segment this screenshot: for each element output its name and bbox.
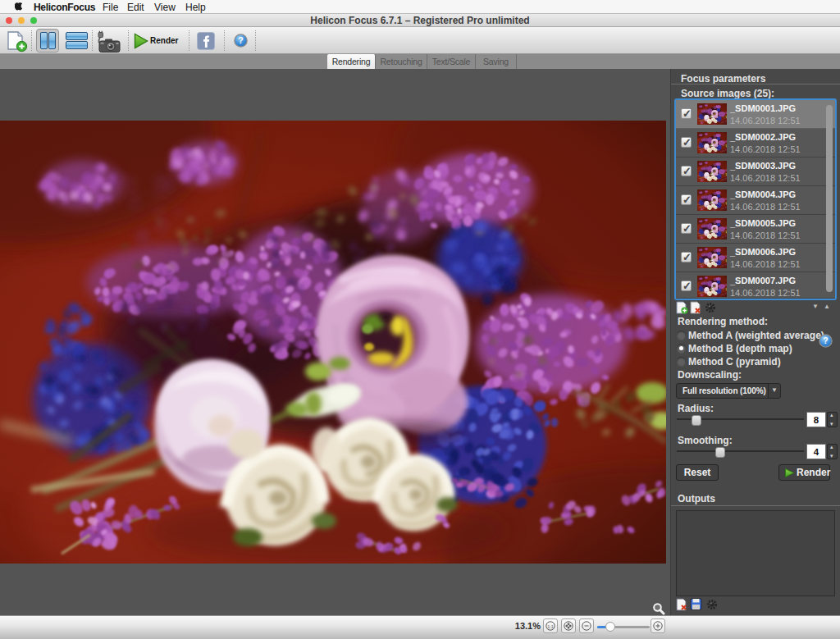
svg-text:?: ? [823, 335, 828, 345]
svg-text:?: ? [238, 35, 243, 45]
svg-text:1:1: 1:1 [547, 624, 554, 629]
